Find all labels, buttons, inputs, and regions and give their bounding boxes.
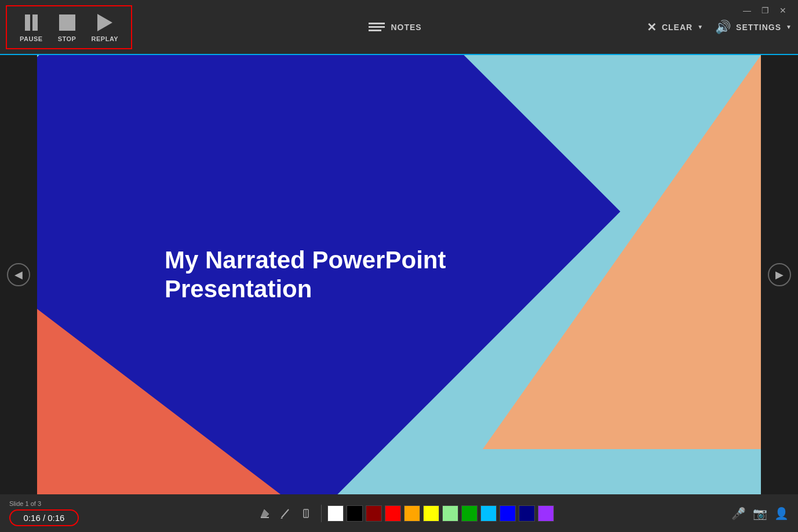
drawing-tools bbox=[79, 505, 731, 522]
bottom-bar: Slide 1 of 3 0:16 / 0:16 bbox=[0, 494, 798, 532]
settings-label: SETTINGS bbox=[736, 23, 781, 32]
prev-arrow-icon: ◀ bbox=[14, 268, 23, 281]
svg-marker-3 bbox=[280, 518, 283, 519]
color-swatch-white[interactable] bbox=[327, 505, 344, 522]
stop-label: STOP bbox=[58, 35, 76, 42]
color-swatch-orange[interactable] bbox=[404, 505, 420, 522]
time-display: 0:16 / 0:16 bbox=[24, 513, 65, 523]
pen-tool-button[interactable] bbox=[277, 505, 294, 522]
color-swatch-yellow[interactable] bbox=[423, 505, 439, 522]
close-button[interactable]: ✕ bbox=[777, 5, 789, 16]
svg-line-2 bbox=[282, 509, 289, 518]
clear-button[interactable]: ✕ CLEAR ▼ bbox=[647, 20, 704, 34]
pause-label: PAUSE bbox=[20, 35, 43, 42]
pause-icon bbox=[21, 12, 42, 33]
notes-icon bbox=[369, 23, 385, 31]
window-controls: — ❐ ✕ bbox=[741, 5, 789, 16]
slide-info: Slide 1 of 3 0:16 / 0:16 bbox=[9, 500, 79, 526]
next-arrow-icon: ▶ bbox=[775, 268, 784, 281]
slide-title: My Narrated PowerPointPresentation bbox=[165, 246, 446, 304]
main-area: ◀ My Narrated PowerPointPresentation ▶ bbox=[0, 55, 798, 494]
clear-x-icon: ✕ bbox=[647, 20, 657, 34]
prev-slide-button[interactable]: ◀ bbox=[7, 263, 30, 286]
slide-container: My Narrated PowerPointPresentation bbox=[37, 55, 761, 494]
stop-button[interactable]: STOP bbox=[50, 10, 85, 45]
notes-label: NOTES bbox=[391, 23, 421, 32]
replay-icon bbox=[94, 12, 115, 33]
svg-marker-0 bbox=[261, 509, 269, 518]
settings-icon: 🔊 bbox=[715, 20, 731, 35]
color-swatch-light-green[interactable] bbox=[442, 505, 458, 522]
slide-title-text: My Narrated PowerPointPresentation bbox=[165, 246, 446, 303]
settings-chevron-icon: ▼ bbox=[786, 24, 792, 30]
slide-canvas: My Narrated PowerPointPresentation bbox=[37, 55, 761, 494]
webcam-icon[interactable]: 👤 bbox=[774, 507, 789, 520]
tools-divider bbox=[321, 505, 322, 522]
color-swatch-purple[interactable] bbox=[538, 505, 554, 522]
settings-button[interactable]: 🔊 SETTINGS ▼ bbox=[715, 20, 792, 35]
color-swatch-blue[interactable] bbox=[500, 505, 516, 522]
media-controls: 🎤 📷 👤 bbox=[731, 507, 789, 520]
maximize-button[interactable]: ❐ bbox=[759, 5, 771, 16]
camera-icon[interactable]: 📷 bbox=[753, 507, 767, 520]
toolbar: PAUSE STOP REPLAY NOTES ✕ bbox=[0, 0, 798, 55]
slide-number: Slide 1 of 3 bbox=[9, 500, 79, 507]
highlighter-tool-button[interactable] bbox=[298, 505, 315, 522]
shape-coral-triangle bbox=[37, 309, 280, 494]
toolbar-center: NOTES bbox=[144, 23, 647, 32]
time-badge: 0:16 / 0:16 bbox=[9, 509, 79, 526]
color-swatch-light-blue[interactable] bbox=[480, 505, 497, 522]
color-swatch-red[interactable] bbox=[385, 505, 401, 522]
eraser-tool-button[interactable] bbox=[256, 505, 274, 522]
clear-chevron-icon: ▼ bbox=[697, 24, 704, 30]
pause-button[interactable]: PAUSE bbox=[13, 10, 50, 45]
toolbar-right: ✕ CLEAR ▼ 🔊 SETTINGS ▼ bbox=[647, 20, 792, 35]
microphone-icon[interactable]: 🎤 bbox=[731, 507, 746, 520]
replay-label: REPLAY bbox=[92, 35, 119, 42]
color-palette bbox=[327, 505, 554, 522]
color-swatch-green[interactable] bbox=[461, 505, 478, 522]
clear-label: CLEAR bbox=[662, 23, 693, 32]
stop-icon bbox=[57, 12, 78, 33]
next-slide-button[interactable]: ▶ bbox=[768, 263, 791, 286]
minimize-button[interactable]: — bbox=[741, 5, 753, 16]
recording-controls: PAUSE STOP REPLAY bbox=[6, 5, 132, 49]
replay-button[interactable]: REPLAY bbox=[85, 10, 126, 45]
color-swatch-navy[interactable] bbox=[519, 505, 535, 522]
color-swatch-black[interactable] bbox=[347, 505, 363, 522]
color-swatch-dark-red[interactable] bbox=[366, 505, 382, 522]
notes-button[interactable]: NOTES bbox=[369, 23, 421, 32]
